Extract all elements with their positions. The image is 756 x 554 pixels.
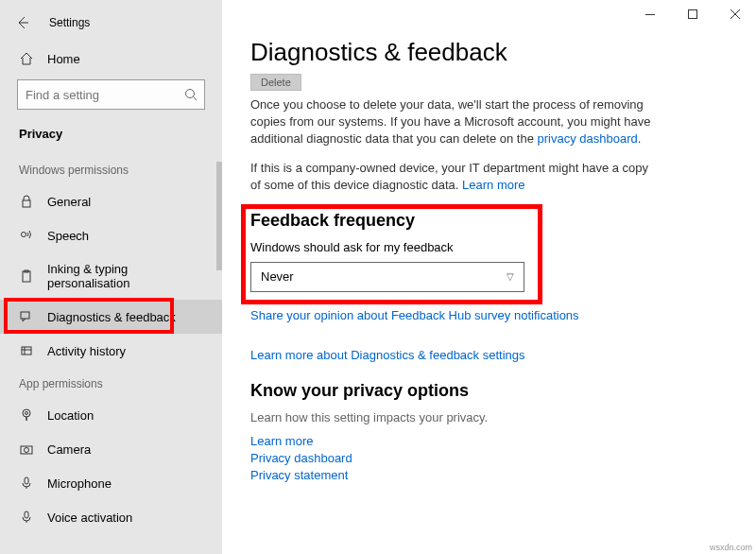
activity-icon <box>19 343 34 358</box>
privacy-dashboard-link-2[interactable]: Privacy dashboard <box>250 451 352 465</box>
microphone-icon <box>19 476 34 491</box>
minimize-icon <box>645 14 655 15</box>
svg-point-9 <box>26 412 28 415</box>
content-pane: Diagnostics & feedback Delete Once you c… <box>222 0 756 554</box>
sidebar-item-camera[interactable]: Camera <box>0 432 222 466</box>
svg-point-2 <box>186 90 195 98</box>
learn-more-link-2[interactable]: Learn more <box>250 434 313 448</box>
svg-rect-7 <box>21 312 29 319</box>
back-button[interactable] <box>11 11 34 34</box>
sidebar-item-location[interactable]: Location <box>0 398 222 432</box>
section-windows-permissions: Windows permissions <box>0 154 222 184</box>
nav-label: Inking & typing personalisation <box>47 262 203 290</box>
lock-icon <box>19 194 34 209</box>
delete-description: Once you choose to delete your data, we'… <box>250 96 657 148</box>
privacy-statement-link[interactable]: Privacy statement <box>250 468 348 482</box>
learn-settings-link[interactable]: Learn more about Diagnostics & feedback … <box>250 348 525 362</box>
sidebar-item-speech[interactable]: Speech <box>0 218 222 252</box>
nav-label: Diagnostics & feedback <box>47 310 176 324</box>
nav-label: Camera <box>47 442 91 457</box>
sidebar-item-activity[interactable]: Activity history <box>0 334 222 368</box>
close-icon <box>730 9 740 19</box>
sidebar-item-inking[interactable]: Inking & typing personalisation <box>0 252 222 300</box>
feedback-icon <box>19 309 34 324</box>
nav-label: Speech <box>47 229 89 243</box>
nav-label: Voice activation <box>47 511 132 525</box>
sidebar-item-voice[interactable]: Voice activation <box>0 500 222 534</box>
back-arrow-icon <box>15 15 30 30</box>
location-icon <box>19 407 34 423</box>
page-title: Diagnostics & feedback <box>250 38 728 67</box>
svg-rect-3 <box>23 200 30 207</box>
speech-icon <box>19 228 34 243</box>
sidebar-item-microphone[interactable]: Microphone <box>0 466 222 500</box>
delete-button[interactable]: Delete <box>250 74 301 91</box>
maximize-icon <box>688 9 697 19</box>
home-button[interactable]: Home <box>0 42 222 76</box>
svg-rect-5 <box>23 271 30 282</box>
learn-more-link[interactable]: Learn more <box>462 178 524 192</box>
nav-label: Location <box>47 408 94 423</box>
nav-label: General <box>47 195 91 209</box>
svg-rect-8 <box>22 347 31 355</box>
clipboard-icon <box>19 268 34 284</box>
nav-label: Microphone <box>47 476 112 491</box>
search-icon <box>184 88 197 101</box>
search-input[interactable] <box>17 79 205 110</box>
category-title: Privacy <box>0 121 222 154</box>
nav-label: Activity history <box>47 344 126 358</box>
sidebar-item-general[interactable]: General <box>0 184 222 218</box>
window-title: Settings <box>49 16 90 29</box>
maximize-button[interactable] <box>671 0 713 28</box>
privacy-dashboard-link[interactable]: privacy dashboard <box>538 131 638 146</box>
chevron-down-icon: ▽ <box>507 271 514 282</box>
feedback-frequency-title: Feedback frequency <box>250 211 728 231</box>
privacy-subtitle: Learn how this setting impacts your priv… <box>250 410 728 424</box>
feedback-frequency-dropdown[interactable]: Never ▽ <box>250 262 524 292</box>
sidebar: Settings Home Privacy Windows permission… <box>0 0 222 554</box>
voice-icon <box>19 510 34 525</box>
home-label: Home <box>47 52 80 66</box>
minimize-button[interactable] <box>628 0 671 28</box>
privacy-options-title: Know your privacy options <box>250 381 728 401</box>
svg-rect-12 <box>25 477 28 484</box>
section-app-permissions: App permissions <box>0 368 222 398</box>
home-icon <box>19 51 34 66</box>
svg-rect-0 <box>645 14 655 15</box>
search-field[interactable] <box>26 88 184 102</box>
svg-point-4 <box>22 233 26 237</box>
svg-point-11 <box>25 448 29 453</box>
camera-icon <box>19 441 34 457</box>
share-opinion-link[interactable]: Share your opinion about Feedback Hub su… <box>250 308 579 322</box>
svg-rect-1 <box>688 10 696 19</box>
watermark: wsxdn.com <box>710 543 752 552</box>
svg-rect-13 <box>25 511 28 518</box>
sidebar-item-diagnostics[interactable]: Diagnostics & feedback <box>0 300 222 334</box>
dropdown-value: Never <box>261 269 294 284</box>
close-button[interactable] <box>713 0 756 28</box>
company-description: If this is a company-owned device, your … <box>250 160 657 194</box>
feedback-label: Windows should ask for my feedback <box>250 240 728 254</box>
